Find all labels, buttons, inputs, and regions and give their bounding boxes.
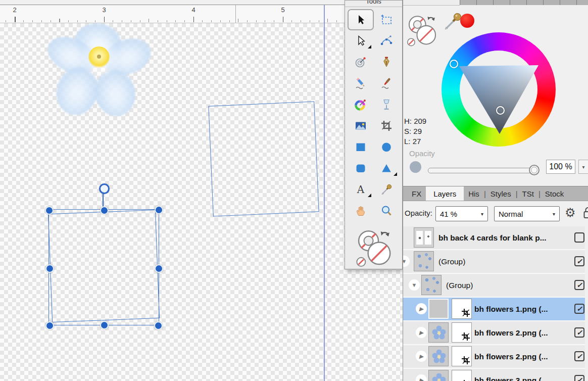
layer-thumbnail[interactable]	[428, 322, 449, 343]
triangle-right-icon: ▶	[419, 377, 423, 381]
layer-mask-thumbnail[interactable]	[452, 370, 472, 381]
selection-handle-top-right[interactable]	[155, 206, 163, 214]
circle-shape-icon	[380, 141, 393, 153]
layer-visibility-checkbox[interactable]: ✓	[574, 375, 584, 381]
collapse-expander[interactable]: ▼	[409, 279, 420, 291]
tool-direct-select[interactable]	[348, 30, 374, 52]
layer-row[interactable]: ▶ bh flowers 2.png (... ✓	[403, 345, 585, 369]
layer-thumbnail[interactable]	[414, 227, 434, 248]
crop-mask-icon	[462, 309, 470, 317]
layer-thumbnail[interactable]	[428, 346, 449, 366]
saturation-lightness-triangle[interactable]	[442, 32, 556, 147]
tool-pen[interactable]	[374, 52, 400, 73]
layer-thumbnail[interactable]	[428, 370, 449, 381]
tab-stock[interactable]: Stock	[541, 186, 569, 201]
layer-visibility-checkbox[interactable]: ✓	[574, 327, 584, 338]
lock-icon[interactable]	[583, 207, 588, 221]
layer-thumbnail[interactable]	[428, 299, 449, 319]
tool-node-edit[interactable]	[374, 30, 400, 52]
tab-styles[interactable]: Styles	[486, 186, 516, 201]
tool-eyedropper[interactable]	[374, 179, 400, 200]
bezier-node-icon	[380, 35, 393, 47]
tool-pan-hand[interactable]	[348, 200, 374, 221]
layer-visibility-checkbox[interactable]: ✓	[574, 351, 584, 361]
layer-mask-thumbnail[interactable]	[452, 299, 472, 319]
tool-shape-triangle[interactable]	[374, 158, 400, 179]
layer-opacity-dropdown[interactable]: 41 % ▾	[435, 206, 488, 221]
no-fill-no-stroke-icon	[355, 226, 393, 267]
tool-color-picker-wheel[interactable]	[348, 94, 374, 115]
tool-shape-rounded-square[interactable]	[348, 158, 374, 179]
tool-lasso-pin[interactable]	[348, 52, 374, 73]
flower-image-object-partial[interactable]	[10, 358, 96, 381]
layer-visibility-checkbox[interactable]: ✓	[574, 280, 584, 290]
tool-text[interactable]: A	[348, 179, 374, 200]
tools-palette-titlebar[interactable]: Tools	[345, 1, 402, 7]
tool-brush[interactable]	[374, 73, 400, 94]
layer-thumbnail[interactable]	[421, 275, 442, 295]
selection-handle-bottom-center[interactable]	[100, 321, 109, 329]
layer-row[interactable]: ▶ bh flowers 2.png (... ✓	[403, 321, 585, 345]
layer-visibility-checkbox[interactable]: ✓	[574, 304, 584, 314]
tab-layers[interactable]: Layers	[426, 186, 464, 201]
layer-row-selected[interactable]: ▶ bh flowers 1.png (... ✓	[403, 298, 585, 321]
tool-pencil[interactable]	[348, 73, 374, 94]
rotation-handle[interactable]	[99, 183, 110, 194]
layer-mask-thumbnail[interactable]	[452, 322, 472, 343]
selection-handle-bottom-right[interactable]	[154, 321, 163, 330]
expand-expander[interactable]: ▶	[416, 351, 427, 362]
canvas-workspace[interactable]	[0, 23, 403, 381]
opacity-dropdown-button[interactable]: ▾	[578, 160, 588, 174]
tab-fx[interactable]: FX	[407, 186, 426, 201]
color-wheel-icon	[355, 99, 367, 111]
tool-image-layer[interactable]	[348, 115, 374, 136]
tool-zoom[interactable]	[374, 200, 400, 221]
color-opacity-value[interactable]: 100 %	[546, 160, 575, 174]
tool-marquee-select[interactable]	[374, 9, 400, 30]
blend-mode-dropdown[interactable]: Normal ▾	[494, 206, 560, 221]
fill-stroke-indicator[interactable]	[406, 10, 437, 51]
layer-row[interactable]: ▼ (Group) ✓	[403, 250, 585, 274]
selection-handle-mid-left[interactable]	[45, 264, 54, 273]
fill-stroke-indicator[interactable]	[345, 226, 402, 267]
tab-his[interactable]: His	[464, 186, 484, 201]
tool-select-cursor[interactable]	[348, 9, 374, 30]
layer-mask-thumbnail[interactable]	[452, 346, 472, 366]
expand-expander[interactable]: ▶	[416, 374, 427, 381]
color-opacity-slider[interactable]	[428, 168, 538, 173]
active-color-swatch[interactable]	[460, 14, 474, 28]
color-wheel[interactable]	[442, 32, 556, 147]
layer-row[interactable]: bh back 4 cards for blank p...	[403, 226, 585, 250]
expand-expander[interactable]: ▶	[416, 303, 427, 314]
saturation-lightness-marker[interactable]	[496, 106, 505, 115]
page-guide-line[interactable]	[324, 5, 325, 381]
tab-tst[interactable]: TSt	[518, 186, 538, 201]
tool-glass-effect[interactable]	[374, 94, 400, 115]
selection-handle-mid-right[interactable]	[155, 264, 163, 273]
layer-opacity-label: Opacity:	[405, 209, 432, 217]
layer-name: (Group)	[438, 250, 465, 273]
panel-top-strip	[403, 0, 588, 5]
selection-handle-top-center[interactable]	[100, 206, 109, 215]
check-icon: ✓	[576, 376, 582, 381]
layer-visibility-checkbox[interactable]: ✓	[574, 256, 584, 266]
crop-icon	[380, 120, 393, 132]
collapse-expander[interactable]: ▼	[403, 256, 410, 267]
selection-handle-top-left[interactable]	[45, 206, 54, 215]
layer-thumbnail[interactable]	[414, 251, 434, 271]
tool-crop[interactable]	[374, 115, 400, 136]
tool-shape-circle[interactable]	[374, 136, 400, 158]
layer-row[interactable]: ▶ bh flowers 3.png ( ✓	[403, 369, 585, 381]
selection-handle-bottom-left[interactable]	[45, 321, 54, 330]
tool-shape-square[interactable]	[348, 136, 374, 158]
expand-expander[interactable]: ▶	[416, 327, 427, 338]
hue-ring-marker[interactable]	[450, 60, 458, 68]
layer-visibility-checkbox[interactable]	[574, 232, 584, 243]
rectangle-shape[interactable]	[208, 102, 319, 217]
hue-value: H: 209	[404, 116, 426, 126]
horizontal-ruler: 2 3 4 5	[0, 5, 403, 23]
flower-image-object[interactable]	[50, 24, 150, 116]
layer-row[interactable]: ▼ (Group) ✓	[403, 274, 585, 298]
layer-settings-gear-button[interactable]: ⚙	[565, 205, 576, 220]
slider-knob[interactable]	[529, 165, 540, 175]
